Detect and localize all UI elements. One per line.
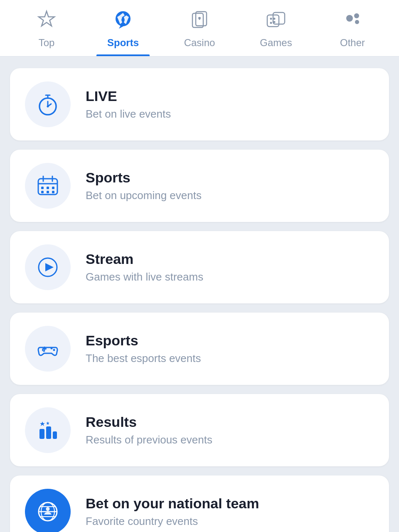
esports-icon-wrap — [25, 326, 71, 372]
svg-rect-18 — [52, 187, 54, 189]
results-icon-wrap — [25, 407, 71, 453]
stream-text: Stream Games with live streams — [86, 251, 203, 283]
menu-item-results[interactable]: Results Results of previous events — [10, 394, 389, 466]
menu-list: LIVE Bet on live events Sports — [0, 57, 399, 532]
national-subtitle: Favorite country events — [86, 515, 259, 528]
results-title: Results — [86, 414, 212, 430]
national-icon-wrap — [25, 489, 71, 532]
menu-item-esports[interactable]: Esports The best esports events — [10, 313, 389, 385]
svg-rect-30 — [53, 431, 57, 439]
tab-games-label: Games — [260, 37, 292, 49]
results-subtitle: Results of previous events — [86, 433, 212, 446]
svg-rect-17 — [47, 187, 49, 189]
results-text: Results Results of previous events — [86, 414, 212, 446]
cards-icon — [189, 9, 210, 33]
live-subtitle: Bet on live events — [86, 108, 171, 121]
svg-point-9 — [273, 18, 276, 20]
tab-sports-label: Sports — [107, 37, 139, 49]
national-title: Bet on your national team — [86, 495, 259, 512]
esports-title: Esports — [86, 332, 201, 349]
stream-subtitle: Games with live streams — [86, 271, 203, 283]
svg-point-14 — [47, 106, 49, 108]
national-text: Bet on your national team Favorite count… — [86, 495, 259, 528]
svg-point-7 — [273, 21, 276, 23]
live-text: LIVE Bet on live events — [86, 88, 171, 121]
tab-other-label: Other — [340, 37, 365, 49]
dice-icon — [266, 9, 286, 33]
svg-point-26 — [51, 347, 53, 350]
esports-text: Esports The best esports events — [86, 332, 201, 365]
sports-subtitle: Bet on upcoming events — [86, 189, 202, 202]
tab-sports[interactable]: Sports — [85, 0, 161, 56]
menu-item-sports[interactable]: Sports Bet on upcoming events — [10, 150, 389, 222]
svg-point-8 — [270, 22, 272, 24]
soccer-icon — [113, 9, 133, 33]
stream-icon-wrap — [25, 244, 71, 290]
svg-rect-19 — [41, 191, 44, 193]
tab-games[interactable]: Games — [238, 0, 314, 56]
live-title: LIVE — [86, 88, 171, 104]
esports-subtitle: The best esports events — [86, 352, 201, 365]
menu-item-live[interactable]: LIVE Bet on live events — [10, 68, 389, 140]
stream-title: Stream — [86, 251, 203, 267]
tab-top-label: Top — [39, 37, 55, 49]
tab-other[interactable]: Other — [314, 0, 391, 56]
sports-text: Sports Bet on upcoming events — [86, 170, 202, 202]
svg-rect-29 — [46, 426, 51, 439]
dots-icon — [342, 9, 363, 33]
svg-point-11 — [354, 13, 359, 18]
svg-rect-20 — [47, 191, 49, 193]
tab-casino-label: Casino — [184, 37, 215, 49]
live-icon-wrap — [25, 81, 71, 127]
sports-icon-wrap — [25, 163, 71, 209]
menu-item-stream[interactable]: Stream Games with live streams — [10, 231, 389, 303]
menu-item-national[interactable]: Bet on your national team Favorite count… — [10, 475, 389, 532]
svg-marker-23 — [45, 263, 54, 271]
sports-title: Sports — [86, 170, 202, 186]
svg-point-27 — [53, 349, 55, 351]
svg-rect-28 — [39, 429, 44, 439]
svg-point-10 — [346, 15, 353, 22]
svg-point-12 — [355, 20, 359, 24]
tab-bar: Top Sports Ca — [0, 0, 399, 57]
tab-casino[interactable]: Casino — [161, 0, 238, 56]
svg-point-6 — [270, 18, 272, 20]
tab-top[interactable]: Top — [8, 0, 85, 56]
svg-rect-21 — [52, 191, 54, 193]
svg-rect-16 — [41, 187, 44, 189]
star-icon — [36, 9, 57, 33]
